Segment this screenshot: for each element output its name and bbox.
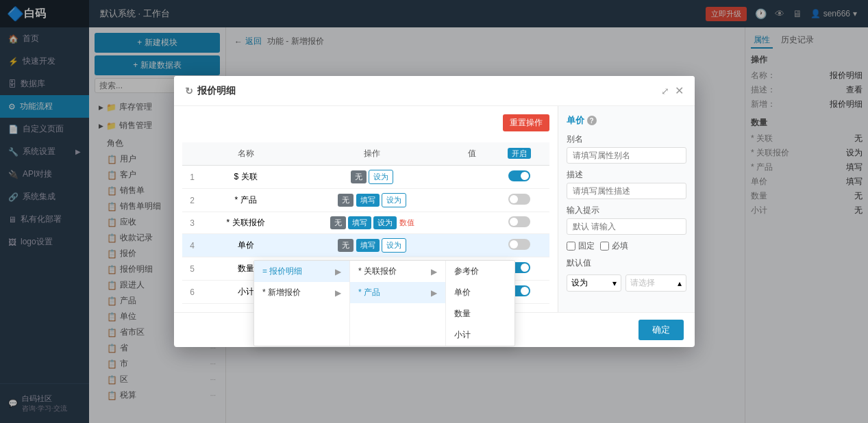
dropdown-item-quantity[interactable]: 数量 bbox=[446, 303, 514, 324]
modal-header: ↻ 报价明细 ⤢ ✕ bbox=[174, 76, 695, 106]
dropdown-col-2: * 关联报价 ▶ * 产品 ▶ bbox=[350, 261, 446, 346]
arrow-icon-1: ▶ bbox=[335, 267, 341, 277]
prop-title: 单价 ? bbox=[567, 114, 686, 127]
row-ops-1: 无 设为 bbox=[289, 166, 456, 189]
desc-input[interactable] bbox=[567, 183, 686, 199]
row-val-1 bbox=[456, 166, 489, 189]
modal-right-props: 单价 ? 别名 描述 输入提示 固定 必填 bbox=[558, 106, 695, 312]
dropdown-item-refprice[interactable]: 参考价 bbox=[446, 261, 514, 282]
refresh-icon[interactable]: ↻ bbox=[185, 86, 193, 97]
row-toggle-3 bbox=[489, 212, 549, 234]
prop-checkboxes: 固定 必填 bbox=[567, 240, 686, 252]
col-ops: 操作 bbox=[289, 142, 456, 166]
toggle-3[interactable] bbox=[508, 216, 530, 227]
op-set-2[interactable]: 设为 bbox=[382, 193, 406, 207]
table-row: 2 * 产品 无 填写 设为 bbox=[182, 189, 549, 212]
table-row: 1 $ 关联 无 设为 bbox=[182, 166, 549, 189]
arrow-icon-2: ▶ bbox=[335, 288, 341, 298]
dropdown-item-product[interactable]: * 产品 ▶ bbox=[350, 282, 445, 303]
arrow-icon-3: ▶ bbox=[431, 267, 437, 277]
dropdown-item-subtotal[interactable]: 小计 bbox=[446, 324, 514, 346]
reset-button[interactable]: 重置操作 bbox=[503, 114, 549, 131]
modal-header-right: ⤢ ✕ bbox=[661, 84, 684, 97]
required-checkbox-label[interactable]: 必填 bbox=[600, 240, 628, 252]
input-hint-label: 输入提示 bbox=[567, 205, 686, 216]
input-hint-input[interactable] bbox=[567, 218, 686, 235]
arrow-icon-4: ▶ bbox=[431, 288, 437, 298]
row-num-3: 3 bbox=[182, 212, 203, 234]
row-name-3: * 关联报价 bbox=[203, 212, 289, 234]
col-num bbox=[182, 142, 203, 166]
modal-title: ↻ 报价明细 bbox=[185, 85, 236, 97]
row-num-1: 1 bbox=[182, 166, 203, 189]
op-fill-2[interactable]: 填写 bbox=[356, 194, 380, 207]
default-value-select[interactable]: 请选择 ▴ bbox=[625, 274, 686, 292]
fixed-checkbox[interactable] bbox=[567, 242, 575, 251]
fixed-checkbox-label[interactable]: 固定 bbox=[567, 240, 595, 252]
dropdown-item-newquote[interactable]: * 新增报价 ▶ bbox=[254, 282, 349, 303]
dropdown-item-quotedetail[interactable]: = 报价明细 ▶ bbox=[254, 261, 349, 282]
dropdown-item-unitprice[interactable]: 单价 bbox=[446, 282, 514, 303]
dropdown-popup: = 报价明细 ▶ * 新增报价 ▶ * 关联报价 ▶ * 产品 ▶ 参考价 单价… bbox=[253, 260, 515, 346]
row-val-3 bbox=[456, 212, 489, 234]
op-value-3: 数值 bbox=[399, 218, 414, 227]
toggle-2[interactable] bbox=[508, 194, 530, 205]
op-set-1[interactable]: 设为 bbox=[369, 170, 393, 184]
op-set-4[interactable]: 设为 bbox=[382, 238, 406, 253]
dropdown-col-1: = 报价明细 ▶ * 新增报价 ▶ bbox=[254, 261, 350, 346]
close-icon[interactable]: ✕ bbox=[675, 84, 684, 97]
row-toggle-1 bbox=[489, 166, 549, 189]
row-num-4: 4 bbox=[182, 234, 203, 257]
dropdown-arrow: ▾ bbox=[612, 279, 617, 288]
alias-input[interactable] bbox=[567, 147, 686, 164]
dropdown-item-relquote[interactable]: * 关联报价 ▶ bbox=[350, 261, 445, 282]
modal-overlay: ↻ 报价明细 ⤢ ✕ 重置操作 名称 操作 bbox=[0, 0, 868, 423]
row-toggle-2 bbox=[489, 189, 549, 212]
row-name-2: * 产品 bbox=[203, 189, 289, 212]
table-row: 3 * 关联报价 无 填写 设为 数值 bbox=[182, 212, 549, 234]
row-name-1: $ 关联 bbox=[203, 166, 289, 189]
op-fill-4[interactable]: 填写 bbox=[356, 239, 380, 252]
col-value: 值 bbox=[456, 142, 489, 166]
expand-icon[interactable]: ⤢ bbox=[661, 86, 669, 97]
row-num-2: 2 bbox=[182, 189, 203, 212]
dropdown-arrow2: ▴ bbox=[678, 279, 682, 288]
row-name-4: 单价 bbox=[203, 234, 289, 257]
default-val-label: 默认值 bbox=[567, 257, 686, 269]
row-ops-2: 无 填写 设为 bbox=[289, 189, 456, 212]
row-num-6: 6 bbox=[182, 281, 203, 304]
row-ops-4: 无 填写 设为 bbox=[289, 234, 456, 257]
op-fill-3[interactable]: 填写 bbox=[348, 216, 371, 229]
op-set-active-3[interactable]: 设为 bbox=[373, 216, 397, 229]
col-name: 名称 bbox=[203, 142, 289, 166]
row-toggle-4 bbox=[489, 234, 549, 257]
dropdown-col-3: 参考价 单价 数量 小计 bbox=[446, 261, 514, 346]
help-icon: ? bbox=[587, 116, 597, 125]
row-num-5: 5 bbox=[182, 257, 203, 281]
op-none-3[interactable]: 无 bbox=[330, 216, 346, 229]
col-toggle: 开启 bbox=[489, 142, 549, 166]
toggle-4[interactable] bbox=[508, 239, 530, 250]
row-ops-3: 无 填写 设为 数值 bbox=[289, 212, 456, 234]
op-none-1[interactable]: 无 bbox=[351, 170, 367, 183]
op-none-2[interactable]: 无 bbox=[338, 194, 354, 207]
default-val-row: 设为 ▾ 请选择 ▴ bbox=[567, 274, 686, 292]
op-none-4[interactable]: 无 bbox=[338, 239, 354, 252]
required-checkbox[interactable] bbox=[600, 242, 609, 251]
confirm-button[interactable]: 确定 bbox=[638, 320, 684, 340]
default-type-select[interactable]: 设为 ▾ bbox=[567, 274, 621, 292]
toggle-1[interactable] bbox=[508, 170, 530, 181]
alias-label: 别名 bbox=[567, 133, 686, 145]
table-row-selected: 4 单价 无 填写 设为 bbox=[182, 234, 549, 257]
desc-label: 描述 bbox=[567, 169, 686, 181]
row-val-4 bbox=[456, 234, 489, 257]
row-val-2 bbox=[456, 189, 489, 212]
